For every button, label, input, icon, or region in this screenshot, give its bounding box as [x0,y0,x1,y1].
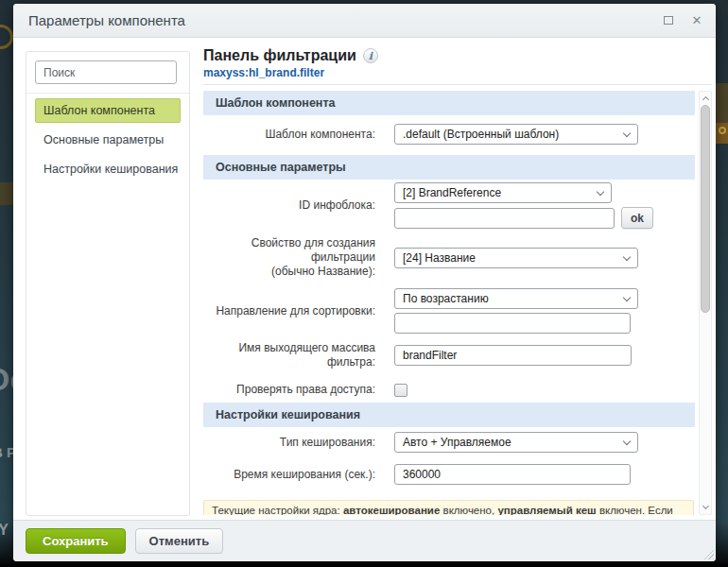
component-title: Панель фильтрации [203,47,356,64]
field-row-iblock: ID инфоблока: [2] BrandReference ok [203,182,695,229]
field-row-rights: Проверять права доступа: [203,383,695,397]
component-parameters-dialog: Параметры компонента ✕ Шаблон компонента… [13,4,716,561]
window-controls: ✕ [661,13,704,28]
chevron-down-icon [702,503,708,509]
close-button[interactable]: ✕ [689,13,704,28]
dialog-title: Параметры компонента [28,12,185,28]
header-divider [203,84,712,85]
template-select[interactable]: .default (Встроенный шаблон) [394,124,638,145]
backdrop-text-fragment: LY [0,522,9,539]
property-label: Свойство для создания фильтрации (обычно… [203,236,375,279]
backdrop-band [716,83,728,123]
section-header-template: Шаблон компонента [203,91,695,115]
save-button[interactable]: Сохранить [26,528,126,554]
property-select[interactable]: [24] Название [394,248,638,268]
chevron-up-icon [702,96,708,103]
dialog-titlebar: Параметры компонента ✕ [13,4,716,38]
sidebar-item-caching[interactable]: Настройки кеширования [35,157,181,181]
scrollbar-thumb[interactable] [701,105,710,313]
chevron-down-icon [623,294,631,301]
chevron-down-icon [623,438,631,445]
chevron-down-icon [597,188,604,196]
search-icon [719,127,726,134]
close-icon: ✕ [692,14,702,26]
sort-label: Направление для сортировки: [203,304,375,318]
rights-checkbox[interactable] [394,384,407,397]
field-row-sort: Направление для сортировки: По возрастан… [203,288,695,334]
sort-manual-input[interactable] [394,313,631,334]
search-input[interactable] [35,60,177,84]
field-row-filter-name: Имя выходящего массива фильтра: [203,341,695,369]
field-row-cache-time: Время кеширования (сек.): [203,464,695,485]
sidebar-divider [26,93,189,94]
sort-select[interactable]: По возрастанию [394,288,638,309]
iblock-manual-input[interactable] [394,208,615,229]
cancel-button[interactable]: Отменить [135,528,224,554]
field-row-property: Свойство для создания фильтрации (обычно… [203,236,695,279]
maximize-icon [664,16,673,25]
field-row-cache-type: Тип кеширования: Авто + Управляемое [203,432,695,453]
cache-settings-note: Текущие настройки ядра: автокеширование … [203,500,694,515]
filter-name-label: Имя выходящего массива фильтра: [203,341,375,369]
ok-button[interactable]: ok [621,207,653,229]
dialog-footer: Сохранить Отменить [13,520,716,561]
sidebar-item-template[interactable]: Шаблон компонента [35,98,181,123]
chevron-down-icon [623,129,631,137]
iblock-select[interactable]: [2] BrandReference [394,182,612,203]
parameters-scroll-area: Шаблон компонента Шаблон компонента: .de… [203,91,695,515]
scroll-up-button[interactable] [700,93,711,104]
resize-handle[interactable] [702,547,714,559]
scroll-down-button[interactable] [700,502,711,513]
backdrop-logo-arc [0,25,13,49]
section-header-caching: Настройки кеширования [203,403,695,427]
chevron-down-icon [623,252,631,260]
field-row-template: Шаблон компонента: .default (Встроенный … [203,124,695,145]
iblock-label: ID инфоблока: [203,198,375,213]
backdrop-band [0,182,13,205]
component-id: maxyss:hl_brand.filter [203,66,699,79]
cache-time-input[interactable] [394,464,631,485]
rights-label: Проверять права доступа: [203,383,375,397]
sidebar-nav: Шаблон компонента Основные параметры Нас… [35,98,181,186]
cache-type-label: Тип кеширования: [203,436,375,450]
sidebar-item-main-params[interactable]: Основные параметры [35,128,181,152]
filter-name-input[interactable] [394,345,632,366]
cache-type-select[interactable]: Авто + Управляемое [394,432,638,453]
parameters-sidebar: Шаблон компонента Основные параметры Нас… [26,51,190,516]
component-header: Панель фильтрации i maxyss:hl_brand.filt… [203,47,699,79]
vertical-scrollbar[interactable] [699,91,712,515]
info-icon[interactable]: i [363,48,378,63]
template-label: Шаблон компонента: [203,128,375,142]
section-header-main-params: Основные параметры [203,155,695,180]
maximize-button[interactable] [661,13,676,28]
cache-time-label: Время кеширования (сек.): [203,468,375,482]
